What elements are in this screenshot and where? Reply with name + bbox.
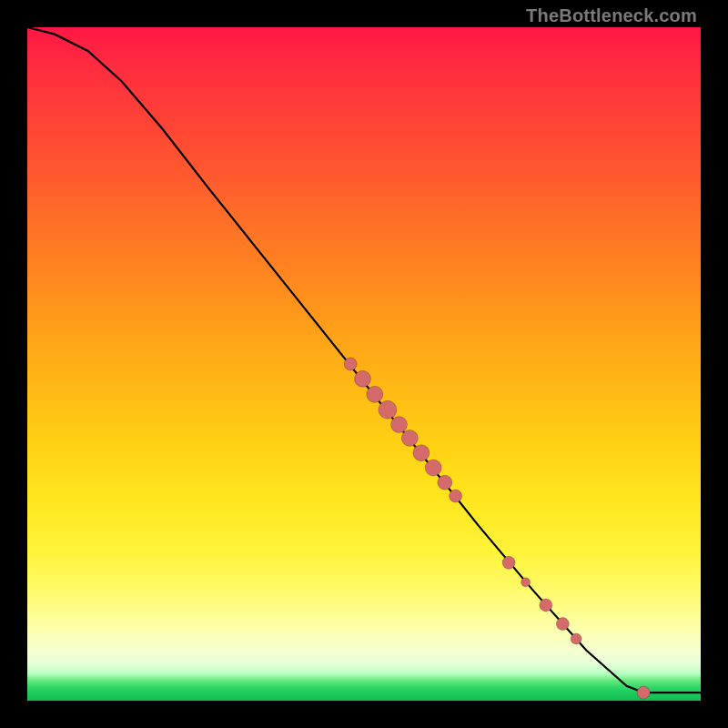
chart-frame: TheBottleneck.com xyxy=(0,0,728,728)
data-point xyxy=(344,358,357,370)
bottleneck-curve xyxy=(27,27,701,693)
data-point xyxy=(571,633,581,644)
data-point xyxy=(355,370,371,387)
data-point xyxy=(379,400,397,419)
watermark-text: TheBottleneck.com xyxy=(526,5,697,26)
chart-svg xyxy=(27,27,701,701)
data-point xyxy=(391,417,408,433)
data-point xyxy=(556,618,569,631)
data-point xyxy=(502,556,515,569)
data-point xyxy=(637,686,650,699)
data-point xyxy=(521,578,531,587)
data-point xyxy=(540,599,552,612)
scatter-points xyxy=(344,358,650,699)
data-point xyxy=(438,475,452,490)
data-point xyxy=(425,460,441,476)
data-point xyxy=(367,386,383,402)
data-point xyxy=(413,445,430,461)
plot-area xyxy=(27,27,701,701)
data-point xyxy=(450,490,462,502)
data-point xyxy=(401,430,418,446)
